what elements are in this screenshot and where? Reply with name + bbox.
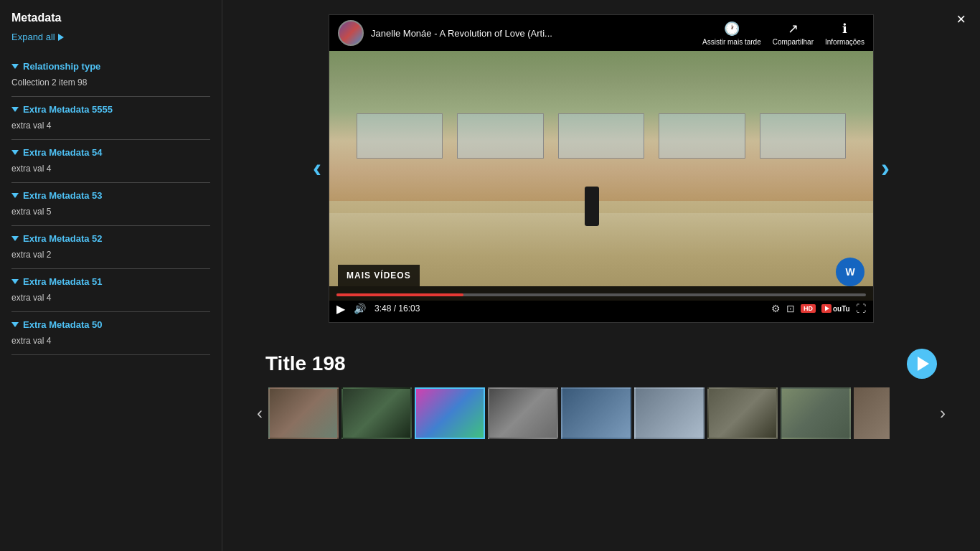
- video-avatar: [338, 20, 364, 46]
- video-controls: ▶ 🔊 3:48 / 16:03 ⚙ ⊡ HD ouTube: [329, 286, 873, 322]
- thumbnails-prev-button[interactable]: ‹: [251, 402, 268, 425]
- section-relationship-type: Relationship typeCollection 2 item 98: [11, 54, 222, 97]
- progress-bar-fill: [336, 293, 463, 296]
- main-title: Title 198: [265, 352, 346, 375]
- chevron-down-icon: [11, 236, 19, 241]
- chevron-down-icon: [11, 64, 19, 69]
- section-extra-metadata-52: Extra Metadata 52extra val 2: [11, 226, 222, 269]
- svg-text:ouTube: ouTube: [833, 305, 850, 313]
- watch-later-action[interactable]: 🕐 Assistir mais tarde: [702, 21, 761, 46]
- expand-all-arrow-icon: [58, 34, 64, 41]
- video-main-image: [329, 51, 873, 301]
- chevron-down-icon: [11, 193, 19, 198]
- section-value-extra-metadata-50: extra val 4: [11, 334, 222, 352]
- mais-videos-button[interactable]: MAIS VÍDEOS: [338, 265, 420, 286]
- thumbnail-3[interactable]: [415, 387, 485, 439]
- section-header-extra-metadata-5555[interactable]: Extra Metadata 5555: [11, 97, 222, 119]
- thumbnail-4[interactable]: [488, 387, 558, 439]
- metadata-title: Metadata: [11, 11, 222, 24]
- settings-button[interactable]: ⚙: [771, 303, 781, 314]
- thumbnail-6[interactable]: [634, 387, 705, 439]
- expand-all-button[interactable]: Expand all: [11, 32, 64, 42]
- section-value-relationship-type: Collection 2 item 98: [11, 76, 222, 93]
- title-section: Title 198: [222, 337, 980, 387]
- youtube-logo: ouTube: [821, 303, 850, 314]
- time-display: 3:48 / 16:03: [374, 303, 420, 314]
- share-icon: ↗: [788, 21, 798, 37]
- section-divider: [11, 354, 210, 355]
- thumbnail-5[interactable]: [561, 387, 631, 439]
- section-title-extra-metadata-52: Extra Metadata 52: [23, 233, 103, 244]
- thumbnails-next-button[interactable]: ›: [934, 402, 951, 425]
- video-section: ‹ Janelle Monáe - A Revolution of Love (…: [222, 0, 980, 337]
- section-value-extra-metadata-52: extra val 2: [11, 248, 222, 265]
- chevron-down-icon: [11, 279, 19, 284]
- thumbnail-2[interactable]: [341, 387, 412, 439]
- main-content: ‹ Janelle Monáe - A Revolution of Love (…: [222, 0, 980, 551]
- controls-row: ▶ 🔊 3:48 / 16:03 ⚙ ⊡ HD ouTube: [336, 302, 866, 316]
- chevron-down-icon: [11, 322, 19, 327]
- thumbnails-container: [268, 387, 934, 439]
- clock-icon: 🕐: [724, 21, 740, 37]
- thumbnail-8[interactable]: [781, 387, 851, 439]
- section-value-extra-metadata-54: extra val 4: [11, 162, 222, 179]
- video-title-area: Janelle Monáe - A Revolution of Love (Ar…: [338, 20, 552, 46]
- section-title-extra-metadata-51: Extra Metadata 51: [23, 276, 103, 287]
- section-value-extra-metadata-51: extra val 4: [11, 291, 222, 309]
- section-header-extra-metadata-52[interactable]: Extra Metadata 52: [11, 226, 222, 248]
- section-title-extra-metadata-54: Extra Metadata 54: [23, 147, 103, 158]
- section-extra-metadata-50: Extra Metadata 50extra val 4: [11, 312, 222, 355]
- miniplayer-button[interactable]: ⊡: [786, 303, 795, 314]
- section-title-extra-metadata-5555: Extra Metadata 5555: [23, 104, 113, 115]
- video-container: Janelle Monáe - A Revolution of Love (Ar…: [329, 14, 874, 323]
- section-title-extra-metadata-53: Extra Metadata 53: [23, 190, 103, 201]
- play-button[interactable]: ▶: [336, 302, 345, 316]
- video-title-text: Janelle Monáe - A Revolution of Love (Ar…: [371, 28, 552, 39]
- close-button[interactable]: ×: [956, 11, 966, 27]
- section-header-extra-metadata-53[interactable]: Extra Metadata 53: [11, 183, 222, 205]
- info-icon: ℹ: [842, 21, 847, 37]
- section-extra-metadata-54: Extra Metadata 54extra val 4: [11, 140, 222, 183]
- video-next-button[interactable]: ›: [874, 149, 897, 189]
- thumbnail-1[interactable]: [268, 387, 339, 439]
- info-action[interactable]: ℹ Informações: [825, 21, 864, 46]
- chevron-down-icon: [11, 150, 19, 155]
- metadata-sections: Relationship typeCollection 2 item 98Ext…: [11, 54, 222, 355]
- play-all-button[interactable]: [907, 349, 937, 379]
- thumbnail-partial[interactable]: [854, 387, 890, 439]
- thumbnail-7[interactable]: [707, 387, 778, 439]
- progress-bar-container[interactable]: [336, 293, 866, 296]
- volume-button[interactable]: 🔊: [354, 303, 366, 314]
- controls-right: ⚙ ⊡ HD ouTube ⛶: [771, 303, 866, 314]
- section-title-relationship-type: Relationship type: [23, 61, 100, 72]
- watch-later-label: Assistir mais tarde: [702, 38, 761, 46]
- info-label: Informações: [825, 38, 864, 46]
- warner-logo: W: [836, 258, 864, 286]
- share-action[interactable]: ↗ Compartilhar: [773, 21, 814, 46]
- section-title-extra-metadata-50: Extra Metadata 50: [23, 319, 103, 330]
- video-top-bar: Janelle Monáe - A Revolution of Love (Ar…: [329, 15, 873, 51]
- section-value-extra-metadata-5555: extra val 4: [11, 119, 222, 136]
- thumbnails-section: ‹ ›: [222, 387, 980, 439]
- controls-left: ▶ 🔊 3:48 / 16:03: [336, 302, 420, 316]
- share-label: Compartilhar: [773, 38, 814, 46]
- section-header-extra-metadata-51[interactable]: Extra Metadata 51: [11, 269, 222, 291]
- section-header-extra-metadata-54[interactable]: Extra Metadata 54: [11, 140, 222, 162]
- video-top-actions: 🕐 Assistir mais tarde ↗ Compartilhar ℹ I…: [702, 21, 864, 46]
- chevron-down-icon: [11, 107, 19, 112]
- section-extra-metadata-51: Extra Metadata 51extra val 4: [11, 269, 222, 312]
- section-extra-metadata-53: Extra Metadata 53extra val 5: [11, 183, 222, 226]
- section-header-extra-metadata-50[interactable]: Extra Metadata 50: [11, 312, 222, 334]
- fullscreen-button[interactable]: ⛶: [856, 303, 866, 314]
- section-header-relationship-type[interactable]: Relationship type: [11, 54, 222, 76]
- hd-badge: HD: [801, 304, 816, 313]
- section-value-extra-metadata-53: extra val 5: [11, 205, 222, 222]
- video-prev-button[interactable]: ‹: [306, 149, 329, 189]
- left-panel: Metadata Expand all Relationship typeCol…: [0, 0, 222, 551]
- expand-all-label: Expand all: [11, 32, 55, 42]
- play-all-icon: [918, 357, 929, 371]
- section-extra-metadata-5555: Extra Metadata 5555extra val 4: [11, 97, 222, 140]
